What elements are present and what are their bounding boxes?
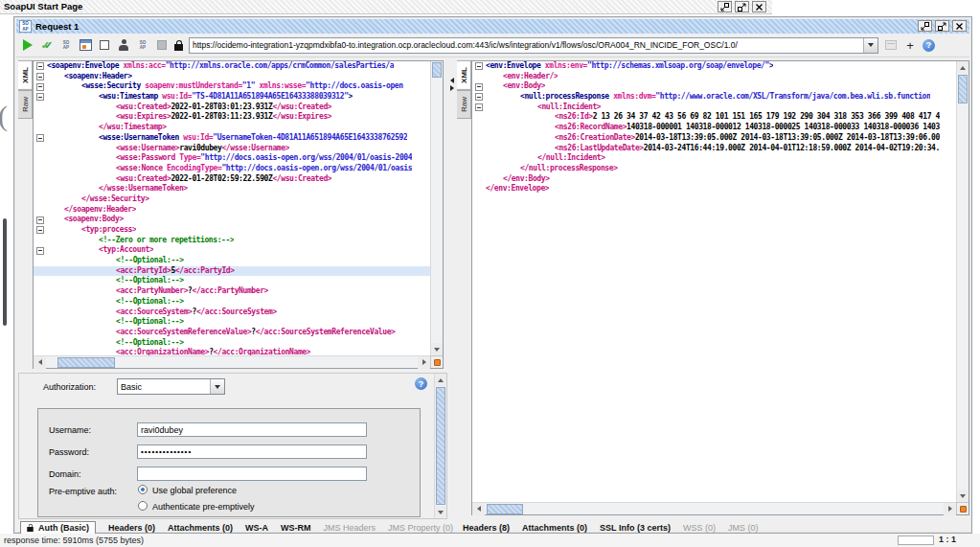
splitter-collapse-icon[interactable]	[448, 78, 456, 95]
add-endpoint-icon[interactable]: +	[903, 38, 917, 52]
fold-toggle-icon[interactable]	[475, 93, 483, 101]
horizontal-scrollbar[interactable]	[34, 355, 430, 368]
scrollbar-thumb[interactable]	[436, 387, 445, 505]
xml-segment: </acc:SourceSystemReferenceValue>	[256, 328, 396, 336]
help-icon[interactable]: ?	[415, 377, 427, 390]
view-tab-raw[interactable]: Raw	[457, 90, 471, 119]
xml-line: <ns26:Id>2 13 26 34 37 42 43 56 69 82 10…	[472, 112, 956, 123]
fold-toggle-icon[interactable]	[36, 217, 44, 224]
endpoint-url-combo[interactable]: https://ocidemo-integration1-yzqpmdxibfa…	[189, 37, 878, 54]
xml-segment: </null:processResponse>	[520, 164, 618, 172]
scroll-right-icon[interactable]	[944, 503, 956, 515]
username-field[interactable]	[137, 422, 367, 437]
scroll-left-icon[interactable]	[34, 356, 46, 369]
fold-toggle-icon[interactable]	[36, 226, 44, 234]
fold-toggle-icon[interactable]	[475, 83, 483, 91]
url-dropdown-arrow-icon[interactable]	[863, 38, 877, 53]
request-window-titlebar[interactable]: SOAP Request 1	[16, 19, 969, 34]
resize-corner-icon[interactable]	[430, 355, 443, 368]
scroll-up-icon[interactable]	[435, 374, 446, 386]
combo-arrow-icon[interactable]	[210, 379, 224, 394]
xml-segment: </wsu:Expires>	[272, 112, 331, 121]
request-xml-editor[interactable]: <soapenv:Envelope xmlns:acc="http://xmln…	[33, 60, 444, 369]
scroll-down-icon[interactable]	[435, 506, 446, 518]
password-label: Password:	[49, 447, 89, 457]
resize-corner-icon[interactable]	[956, 502, 969, 514]
scroll-up-icon[interactable]	[957, 61, 969, 74]
password-field[interactable]	[137, 444, 367, 459]
authorization-type-select[interactable]: Basic	[117, 378, 225, 395]
fold-toggle-icon[interactable]	[36, 83, 44, 91]
auth-scrollbar[interactable]	[434, 374, 446, 518]
add-to-testcase-person-icon[interactable]	[117, 38, 130, 52]
request-tab-ws-a[interactable]: WS-A	[245, 523, 268, 533]
xml-line: <ns26:CreationDate>2014-03-18T13:39:05.0…	[472, 133, 956, 144]
request-bottom-tabs: Auth (Basic)Headers (0)Attachments (0)WS…	[20, 521, 453, 535]
xml-segment: "UsernameToken-4D81A11A651894A65E1643338…	[213, 133, 407, 142]
xml-segment: </env:Body>	[503, 174, 550, 183]
use-global-preference-radio[interactable]	[138, 485, 148, 494]
fold-toggle-icon[interactable]	[475, 62, 483, 70]
scroll-left-icon[interactable]	[472, 503, 485, 515]
request-tab-attachments-0[interactable]: Attachments (0)	[168, 523, 233, 533]
scroll-down-icon[interactable]	[957, 490, 969, 502]
resubmit-check-icon[interactable]: ✓✓	[40, 38, 54, 52]
response-tab-attachments-0[interactable]: Attachments (0)	[522, 523, 587, 533]
soap-badge-icon-2[interactable]: SOAP	[136, 38, 149, 52]
scroll-down-icon[interactable]	[431, 343, 443, 355]
raw-view-icon[interactable]	[155, 38, 169, 52]
soap-badge-icon[interactable]: SOAP	[59, 38, 73, 52]
submit-request-button[interactable]	[21, 38, 34, 52]
scrollbar-thumb[interactable]	[432, 62, 442, 78]
xml-line: <!--Optional:-->	[34, 256, 430, 266]
xml-line-text: <wsse:Security soapenv:mustUnderstand="1…	[47, 81, 403, 92]
pane-splitter[interactable]	[447, 60, 457, 515]
recreate-request-icon[interactable]	[79, 38, 92, 52]
xml-line: <env:Body>	[472, 81, 956, 92]
xml-segment: xmlns:dvm=	[609, 92, 656, 101]
scroll-right-icon[interactable]	[418, 356, 430, 369]
fold-toggle-icon[interactable]	[36, 62, 44, 70]
endpoint-url-value[interactable]: https://ocidemo-integration1-yzqpmdxibfa…	[190, 40, 863, 50]
restore-window-icon[interactable]	[918, 20, 932, 32]
tab-label: WS-A	[245, 523, 268, 533]
scrollbar-thumb[interactable]	[57, 357, 115, 368]
clear-content-icon[interactable]	[98, 38, 111, 52]
view-tab-xml[interactable]: XML	[457, 60, 471, 90]
fold-toggle-icon[interactable]	[36, 93, 44, 101]
close-window-icon[interactable]	[952, 20, 967, 32]
fold-toggle-icon[interactable]	[36, 247, 44, 255]
view-tab-xml[interactable]: XML	[18, 60, 33, 90]
authenticate-preemptively-radio[interactable]	[138, 501, 148, 511]
request-tab-auth-basic[interactable]: Auth (Basic)	[20, 521, 96, 535]
request-tab-ws-rm[interactable]: WS-RM	[281, 523, 311, 533]
fold-margin	[34, 174, 47, 185]
xml-segment: <!--Zero or more repetitions:-->	[99, 236, 234, 244]
xml-line: <env:Header/>	[472, 72, 956, 82]
request-tab-headers-0[interactable]: Headers (0)	[108, 523, 155, 533]
vertical-scrollbar[interactable]	[956, 61, 969, 502]
desktop-tab-label: SoapUI Start Page	[4, 1, 82, 11]
scrollbar-thumb[interactable]	[958, 75, 968, 103]
response-tab-headers-8[interactable]: Headers (8)	[463, 523, 510, 533]
close-window-icon[interactable]	[752, 1, 766, 12]
vertical-scrollbar[interactable]	[430, 61, 443, 355]
fold-toggle-icon[interactable]	[36, 73, 44, 80]
scrollbar-thumb[interactable]	[487, 504, 523, 514]
xml-line-text: <typ:process>	[47, 225, 136, 236]
view-tab-raw[interactable]: Raw	[18, 90, 33, 119]
fold-toggle-icon[interactable]	[36, 134, 44, 142]
horizontal-scrollbar[interactable]	[472, 502, 956, 514]
request-window-controls	[915, 20, 967, 32]
fold-margin	[472, 92, 486, 103]
help-icon[interactable]: ?	[923, 39, 935, 52]
maximize-window-icon[interactable]	[735, 1, 749, 12]
fold-toggle-icon[interactable]	[475, 103, 483, 111]
maximize-window-icon[interactable]	[935, 20, 949, 32]
response-tab-ssl-info-3-certs[interactable]: SSL Info (3 certs)	[600, 523, 671, 533]
response-xml-editor[interactable]: <env:Envelope xmlns:env="http://schemas.…	[471, 60, 969, 515]
fold-margin	[472, 184, 486, 194]
restore-window-icon[interactable]	[718, 1, 732, 12]
fold-margin	[472, 61, 486, 72]
domain-field[interactable]	[137, 467, 367, 481]
